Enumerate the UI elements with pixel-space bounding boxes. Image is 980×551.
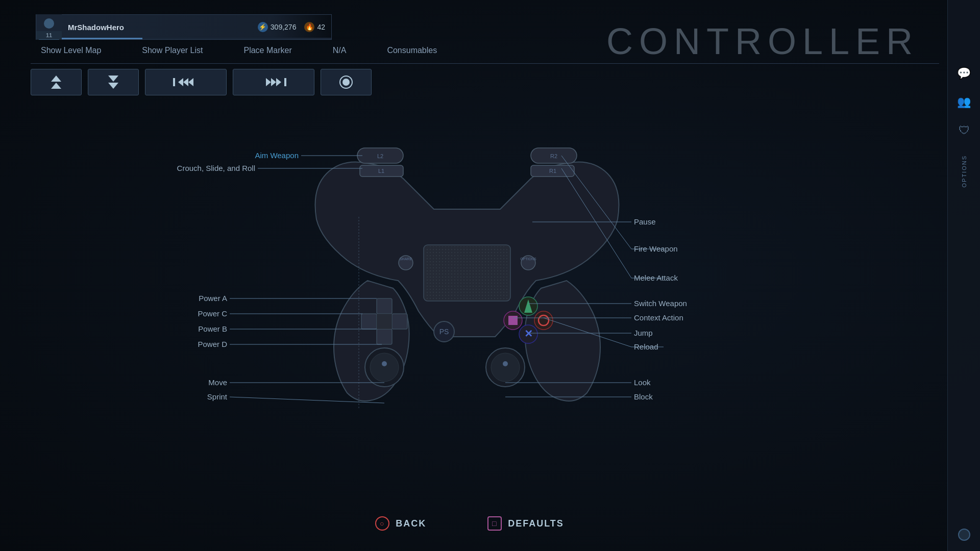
svg-text:SHARE: SHARE bbox=[400, 257, 412, 261]
user-bar: 11 MrShadowHero ⚡ 309,276 🔥 42 bbox=[36, 14, 332, 40]
secondary-currency: 🔥 42 bbox=[304, 22, 325, 32]
defaults-label: DEFAULTS bbox=[508, 518, 564, 529]
svg-marker-12 bbox=[276, 78, 281, 86]
currency-display: ⚡ 309,276 🔥 42 bbox=[258, 22, 325, 32]
svg-text:R1: R1 bbox=[549, 168, 556, 174]
svg-text:Fire Weapon: Fire Weapon bbox=[634, 244, 678, 253]
svg-rect-9 bbox=[173, 78, 175, 86]
svg-text:Aim Weapon: Aim Weapon bbox=[255, 151, 299, 160]
menu-consumables[interactable]: Consumables bbox=[366, 46, 457, 63]
controller-diagram: L2 R2 L1 R1 SHARE OPTIONS bbox=[0, 107, 939, 505]
circle-icon: ○ bbox=[375, 516, 389, 531]
xp-bar bbox=[62, 38, 331, 39]
xp-currency: ⚡ 309,276 bbox=[258, 22, 297, 32]
svg-point-40 bbox=[491, 353, 520, 382]
back-label: BACK bbox=[396, 518, 426, 529]
btn-record[interactable] bbox=[321, 69, 372, 95]
svg-marker-11 bbox=[271, 78, 276, 86]
defaults-button[interactable]: □ DEFAULTS bbox=[487, 516, 564, 531]
svg-rect-34 bbox=[392, 314, 407, 329]
btn-forward[interactable] bbox=[233, 69, 314, 95]
svg-point-50 bbox=[534, 311, 553, 330]
options-sidebar: 💬 👥 🛡 OPTIONS bbox=[947, 0, 980, 551]
menu-show-player-list[interactable]: Show Player List bbox=[121, 46, 223, 63]
svg-marker-5 bbox=[108, 83, 118, 89]
svg-text:Power C: Power C bbox=[198, 309, 227, 318]
chat-icon[interactable]: 💬 bbox=[952, 61, 976, 86]
xp-icon: ⚡ bbox=[258, 22, 268, 32]
back-button[interactable]: ○ BACK bbox=[375, 516, 426, 531]
svg-rect-35 bbox=[377, 314, 392, 329]
user-level: 11 bbox=[36, 31, 62, 39]
xp-value: 309,276 bbox=[271, 23, 297, 31]
svg-marker-4 bbox=[108, 76, 118, 82]
bottom-actions: ○ BACK □ DEFAULTS bbox=[0, 516, 939, 531]
sidebar-toggle[interactable] bbox=[958, 529, 970, 541]
svg-marker-6 bbox=[178, 78, 183, 86]
svg-point-38 bbox=[382, 361, 387, 366]
svg-text:Sprint: Sprint bbox=[207, 392, 228, 401]
svg-text:Power B: Power B bbox=[198, 324, 227, 333]
svg-point-1 bbox=[44, 18, 54, 29]
svg-point-41 bbox=[503, 361, 508, 366]
svg-text:Move: Move bbox=[208, 378, 227, 387]
svg-text:R2: R2 bbox=[550, 153, 557, 159]
svg-marker-2 bbox=[51, 76, 61, 82]
svg-text:PS: PS bbox=[439, 328, 449, 336]
svg-text:Jump: Jump bbox=[634, 329, 653, 337]
secondary-value: 42 bbox=[317, 23, 325, 31]
svg-text:Look: Look bbox=[634, 378, 651, 387]
menu-na[interactable]: N/A bbox=[312, 46, 367, 63]
avatar: 11 bbox=[36, 14, 62, 40]
svg-text:Pause: Pause bbox=[634, 217, 656, 226]
menu-show-level-map[interactable]: Show Level Map bbox=[31, 46, 121, 63]
btn-rewind[interactable] bbox=[145, 69, 227, 95]
friends-icon[interactable]: 👥 bbox=[952, 90, 976, 114]
svg-text:Switch Weapon: Switch Weapon bbox=[634, 299, 687, 308]
options-label: OPTIONS bbox=[961, 155, 967, 188]
svg-text:L1: L1 bbox=[378, 168, 384, 174]
square-icon: □ bbox=[487, 516, 502, 531]
svg-text:Power A: Power A bbox=[199, 294, 227, 303]
xp-fill bbox=[62, 38, 142, 39]
svg-rect-13 bbox=[284, 78, 286, 86]
svg-marker-7 bbox=[183, 78, 188, 86]
svg-text:OPTIONS: OPTIONS bbox=[520, 257, 536, 261]
svg-text:Context Action: Context Action bbox=[634, 313, 683, 322]
username: MrShadowHero bbox=[68, 23, 258, 32]
svg-rect-31 bbox=[377, 298, 392, 314]
svg-rect-33 bbox=[361, 314, 377, 329]
svg-point-37 bbox=[370, 353, 399, 382]
svg-marker-10 bbox=[266, 78, 271, 86]
svg-rect-47 bbox=[508, 316, 518, 325]
svg-marker-3 bbox=[51, 83, 61, 89]
svg-text:Melee Attack: Melee Attack bbox=[634, 273, 678, 282]
svg-rect-32 bbox=[377, 329, 392, 344]
menu-place-marker[interactable]: Place Marker bbox=[223, 46, 312, 63]
currency-icon-2: 🔥 bbox=[304, 22, 314, 32]
svg-point-15 bbox=[342, 79, 350, 86]
svg-marker-8 bbox=[188, 78, 193, 86]
svg-text:Reload: Reload bbox=[634, 342, 658, 351]
shield-icon[interactable]: 🛡 bbox=[952, 118, 976, 143]
svg-text:✕: ✕ bbox=[524, 328, 533, 339]
svg-text:Block: Block bbox=[634, 392, 653, 401]
btn-down-arrows[interactable] bbox=[88, 69, 139, 95]
svg-text:Power D: Power D bbox=[198, 340, 227, 348]
svg-text:L2: L2 bbox=[377, 153, 383, 159]
svg-rect-18 bbox=[425, 246, 509, 299]
svg-text:Crouch, Slide, and Roll: Crouch, Slide, and Roll bbox=[177, 164, 255, 172]
btn-up-arrows[interactable] bbox=[31, 69, 82, 95]
